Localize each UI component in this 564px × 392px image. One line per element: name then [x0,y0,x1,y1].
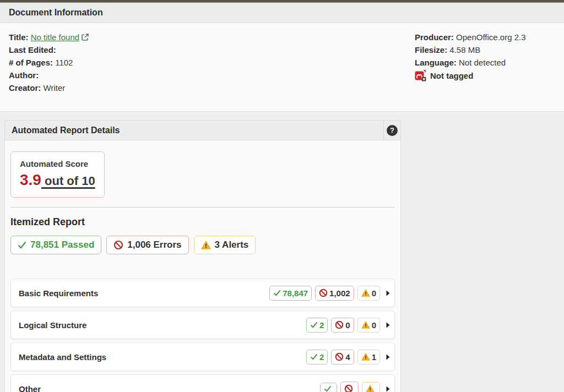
category-badges: 2 0 0 [306,318,390,333]
automated-score-line: 3.9 out of 10 [20,171,95,189]
passed-count-badge: 2 [306,318,328,333]
warning-icon [366,385,375,392]
document-information-header: Document Information [0,3,564,23]
category-row-basic-requirements[interactable]: Basic Requirements 78,847 1,002 0 [10,279,395,307]
external-link-icon [81,33,89,41]
prohibited-icon [113,240,123,250]
producer-label: Producer: [415,32,454,42]
language-line: Language: Not detected [415,56,526,69]
creator-label: Creator: [9,83,41,92]
prohibited-icon [335,320,344,329]
check-icon [324,385,332,392]
automated-report-panel: Automated Report Details ? Automated Sco… [4,120,401,392]
alerts-summary-badge[interactable]: 3 Alerts [194,236,256,254]
creator-line: Creator: Writer [9,81,555,94]
producer-value: OpenOffice.org 2.3 [456,32,525,42]
warning-icon [361,321,370,329]
alerts-count-badge: 0 [357,286,380,301]
errors-summary-text: 1,006 Errors [127,239,181,251]
prohibited-icon [319,288,328,297]
passed-count-badge [320,383,337,392]
category-badges: 2 4 1 [306,350,390,364]
prohibited-icon [335,352,344,361]
creator-value: Writer [44,83,66,92]
alerts-count: 0 [372,288,376,298]
pages-label: # of Pages: [9,58,53,67]
automated-score-box: Automated Score 3.9 out of 10 [10,151,105,198]
passed-count: 2 [319,352,324,362]
category-label: Basic Requirements [19,288,98,298]
errors-count-badge: 4 [331,350,354,364]
alerts-count: 0 [372,320,376,330]
check-icon [18,241,26,249]
passed-count-badge: 78,847 [269,286,312,301]
document-information-panel: Document Information Title: No title fou… [0,3,564,112]
errors-count: 1,002 [329,288,350,298]
document-information-right-column: Producer: OpenOffice.org 2.3 Filesize: 4… [415,31,526,82]
alerts-count-badge: 0 [357,318,380,333]
category-row-logical-structure[interactable]: Logical Structure 2 0 0 [10,311,395,339]
automated-report-title: Automated Report Details [5,121,383,140]
warning-icon [361,353,370,361]
passed-summary-badge[interactable]: 78,851 Passed [10,236,101,254]
document-information-body: Title: No title found Last Edited: # of … [0,23,564,111]
pdf-not-tagged-icon [415,70,426,81]
summary-badges: 78,851 Passed 1,006 Errors 3 Alerts [10,236,395,254]
errors-summary-badge[interactable]: 1,006 Errors [106,236,188,254]
check-icon [273,290,281,296]
warning-icon [361,289,370,297]
prohibited-icon [344,384,353,392]
help-button[interactable]: ? [383,121,400,140]
pages-value: 1102 [55,58,73,67]
alerts-count: 1 [372,352,376,362]
errors-count: 4 [345,352,350,362]
category-label: Logical Structure [19,320,86,330]
errors-count-badge: 0 [331,318,354,333]
automated-report-body: Automated Score 3.9 out of 10 Itemized R… [5,140,400,392]
alerts-summary-text: 3 Alerts [215,239,249,251]
section-divider [10,207,395,208]
chevron-right-icon [386,386,390,392]
passed-count-badge: 2 [306,350,328,364]
automated-report-header: Automated Report Details ? [5,121,400,140]
producer-line: Producer: OpenOffice.org 2.3 [415,31,526,43]
automated-score-label: Automated Score [20,159,95,168]
filesize-line: Filesize: 4.58 MB [415,43,526,56]
warning-icon [201,241,211,249]
passed-count: 78,847 [283,288,308,298]
filesize-value: 4.58 MB [449,45,480,55]
check-icon [310,353,318,360]
chevron-right-icon [386,290,390,296]
chevron-right-icon [386,354,390,360]
alerts-count-badge: 1 [357,350,380,364]
help-icon: ? [387,125,398,136]
category-badges [320,382,390,392]
passed-count: 2 [319,320,324,330]
errors-count-badge [340,382,359,392]
filesize-label: Filesize: [415,45,447,55]
category-badges: 78,847 1,002 0 [269,286,390,301]
category-label: Other [19,384,41,392]
category-label: Metadata and Settings [19,352,106,362]
title-label: Title: [9,32,29,42]
passed-summary-text: 78,851 Passed [30,239,94,251]
category-rows: Basic Requirements 78,847 1,002 0 Logica… [10,279,395,392]
tagged-status-line: Not tagged [415,69,526,82]
errors-count: 0 [345,320,350,330]
itemized-report-title: Itemized Report [10,216,395,228]
category-row-metadata-and-settings[interactable]: Metadata and Settings 2 4 1 [10,342,395,371]
document-information-title: Document Information [9,8,103,18]
score-value: 3.9 [20,171,41,188]
title-link[interactable]: No title found [31,31,89,43]
author-label: Author: [9,70,39,80]
check-icon [310,322,318,328]
errors-count-badge: 1,002 [315,286,354,301]
alerts-count-badge [362,382,380,392]
score-suffix: out of 10 [41,174,95,188]
language-label: Language: [415,58,457,67]
title-link-text: No title found [31,31,79,43]
category-row-other[interactable]: Other [10,374,395,392]
language-value: Not detected [459,58,506,67]
tagged-status-text: Not tagged [430,69,473,82]
last-edited-label: Last Edited: [9,45,56,55]
